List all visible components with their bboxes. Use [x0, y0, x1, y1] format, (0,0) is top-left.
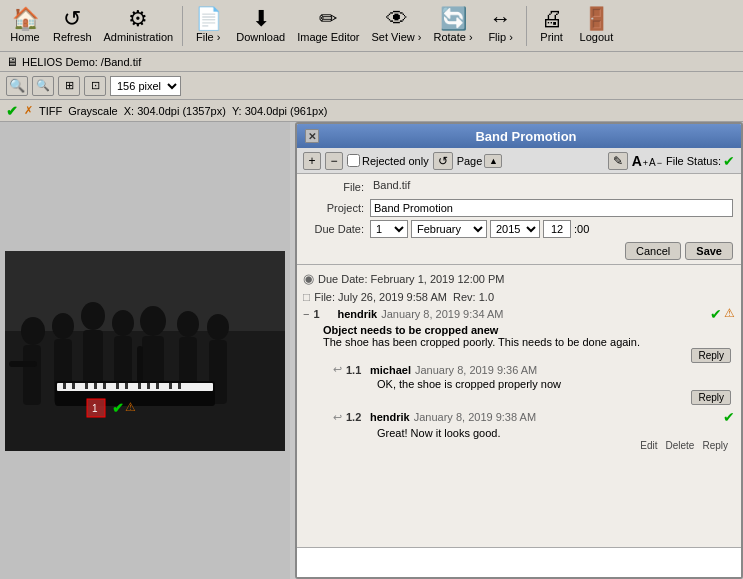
file-xdpi: X: 304.0dpi (1357px) [124, 105, 226, 117]
svg-rect-30 [169, 383, 172, 389]
toolbar-file-label: File › [196, 31, 220, 43]
file-colorspace: Grayscale [68, 105, 118, 117]
zoom-in-button[interactable]: 🔍 [32, 76, 54, 96]
toolbar-divider-1 [182, 6, 183, 46]
comment-1-date: January 8, 2019 9:34 AM [381, 308, 503, 320]
toolbar-image-editor[interactable]: ✏ Image Editor [292, 5, 364, 46]
zoom-fit-button[interactable]: ⊞ [58, 76, 80, 96]
file-comment-line: □ File: July 26, 2019 9:58 AM Rev: 1.0 [303, 288, 735, 306]
comment-1-2-icons: ✔ [723, 409, 735, 425]
new-comment-textarea[interactable] [301, 550, 737, 575]
svg-rect-25 [116, 383, 119, 389]
remove-annotation-button[interactable]: − [325, 152, 343, 170]
file-valid-icon: ✔ [6, 103, 18, 119]
zoom-actual-button[interactable]: ⊡ [84, 76, 106, 96]
toolbar-home[interactable]: 🏠 Home [4, 5, 46, 46]
zoom-out-button[interactable]: 🔍 [6, 76, 28, 96]
comment-1-2-delete-button[interactable]: Delete [663, 439, 698, 452]
image-editor-icon: ✏ [319, 8, 337, 30]
edit-button[interactable]: ✎ [608, 152, 628, 170]
page-up-button[interactable]: ▲ [484, 154, 502, 168]
svg-rect-22 [85, 383, 88, 389]
toolbar-download[interactable]: ⬇ Download [231, 5, 290, 46]
dialog-title: Band Promotion [319, 129, 733, 144]
font-small-label: A [649, 157, 656, 168]
year-select[interactable]: 2013201420152016 [490, 220, 540, 238]
toolbar-administration[interactable]: ⚙ Administration [99, 5, 179, 46]
comments-area: ◉ Due Date: February 1, 2019 12:00 PM □ … [297, 265, 741, 547]
toolbar-file[interactable]: 📄 File › [187, 5, 229, 46]
comment-1-1-date: January 8, 2019 9:36 AM [415, 364, 537, 376]
comment-1-1-reply-button[interactable]: Reply [691, 390, 731, 405]
page-indicator: Page ▲ [457, 154, 503, 168]
comment-1-reply-button[interactable]: Reply [691, 348, 731, 363]
comment-1-2-check-icon: ✔ [723, 409, 735, 425]
file-comment-icon: □ [303, 290, 310, 304]
main-area: 1 ✔ ⚠ ✕ Band Promotion + − Rejected only… [0, 122, 743, 579]
project-field-input[interactable]: Band Promotion [370, 199, 733, 217]
toolbar-print[interactable]: 🖨 Print [531, 5, 573, 46]
svg-rect-19 [57, 383, 213, 391]
month-select[interactable]: JanuaryFebruaryMarch AprilMayJune JulyAu… [411, 220, 487, 238]
date-controls: 123 JanuaryFebruaryMarch AprilMayJune Ju… [370, 220, 589, 238]
pixel-size-select[interactable]: 64 pixel 128 pixel 156 pixel 256 pixel 5… [110, 76, 181, 96]
rejected-only-checkbox[interactable] [347, 154, 360, 167]
toolbar-image-editor-label: Image Editor [297, 31, 359, 43]
toolbar-set-view[interactable]: 👁 Set View › [367, 5, 427, 46]
toolbar-logout[interactable]: 🚪 Logout [575, 5, 619, 46]
comment-1-2-text: Great! Now it looks good. [377, 427, 735, 439]
file-status-area: File Status: ✔ [666, 153, 735, 169]
toolbar-rotate-label: Rotate › [433, 31, 472, 43]
reply-arrow-1-2-icon: ↩ [333, 411, 342, 424]
refresh-button[interactable]: ↺ [433, 152, 453, 170]
page-label: Page [457, 155, 483, 167]
project-field-label: Project: [305, 202, 370, 214]
rejected-only-label: Rejected only [347, 154, 429, 167]
comment-1-header: − 1 hendrik January 8, 2019 9:34 AM ✔ ⚠ [303, 306, 735, 322]
comment-1-2-reply-button[interactable]: Reply [699, 439, 731, 452]
comment-1-2-header: ↩ 1.2 hendrik January 8, 2019 9:38 AM ✔ [333, 409, 735, 425]
toolbar-home-label: Home [10, 31, 39, 43]
day-select[interactable]: 123 [370, 220, 408, 238]
toolbar-refresh[interactable]: ↺ Refresh [48, 5, 97, 46]
flip-icon: ↔ [490, 8, 512, 30]
collapse-1-button[interactable]: − [303, 308, 309, 320]
comment-1-warning-icon: ⚠ [724, 306, 735, 322]
toolbar-flip[interactable]: ↔ Flip › [480, 5, 522, 46]
comment-1-num: 1 [313, 308, 333, 320]
file-row: File: Band.tif [305, 178, 733, 196]
svg-rect-23 [94, 383, 97, 389]
toolbar-flip-label: Flip › [488, 31, 512, 43]
zoom-bar: 🔍 🔍 ⊞ ⊡ 64 pixel 128 pixel 156 pixel 256… [0, 72, 743, 100]
toolbar-refresh-label: Refresh [53, 31, 92, 43]
dialog-form: File: Band.tif Project: Band Promotion D… [297, 174, 741, 265]
save-button[interactable]: Save [685, 242, 733, 260]
dialog-close-button[interactable]: ✕ [305, 129, 319, 143]
comment-1-2-edit-button[interactable]: Edit [637, 439, 660, 452]
font-sup-label: + [643, 158, 648, 168]
toolbar-rotate[interactable]: 🔄 Rotate › [428, 5, 477, 46]
svg-text:✔: ✔ [112, 400, 124, 416]
svg-rect-27 [138, 383, 141, 389]
comment-1-text: The shoe has been cropped poorly. This n… [323, 336, 735, 348]
hour-input[interactable] [543, 220, 571, 238]
add-annotation-button[interactable]: + [303, 152, 321, 170]
svg-rect-20 [63, 383, 66, 389]
rejected-only-text: Rejected only [362, 155, 429, 167]
comment-1-subject: Object needs to be cropped anew [323, 324, 735, 336]
refresh-icon: ↺ [63, 8, 81, 30]
bottom-textarea-container [297, 547, 741, 577]
dialog-panel: ✕ Band Promotion + − Rejected only ↺ Pag… [295, 122, 743, 579]
comment-1-body: Object needs to be cropped anew The shoe… [323, 324, 735, 348]
file-field-value: Band.tif [370, 178, 733, 196]
svg-rect-4 [9, 361, 37, 367]
svg-rect-31 [178, 383, 181, 389]
comment-1-1-header: ↩ 1.1 michael January 8, 2019 9:36 AM [333, 363, 735, 376]
due-date-comment-text: Due Date: February 1, 2019 12:00 PM [318, 273, 505, 285]
comment-1-user: hendrik [337, 308, 377, 320]
cancel-button[interactable]: Cancel [625, 242, 681, 260]
administration-icon: ⚙ [128, 8, 148, 30]
comment-1-2-user: hendrik [370, 411, 410, 423]
comment-1-2: ↩ 1.2 hendrik January 8, 2019 9:38 AM ✔ … [333, 409, 735, 452]
comment-1-1-text: OK, the shoe is cropped properly now [377, 378, 735, 390]
